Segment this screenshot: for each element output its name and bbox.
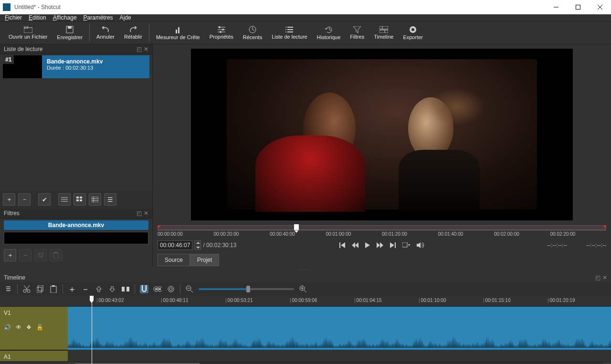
volume-button[interactable] [417,242,424,248]
filter-remove-button[interactable]: － [19,249,32,261]
timeline-scrollbar[interactable]: ◂ ▸ [68,362,611,364]
append-button[interactable]: ＋ [68,285,76,293]
playlist-button[interactable]: Liste de lecture [267,22,312,43]
timeline-header: Timeline ◰✕ [0,273,611,282]
timeline-undock-icon[interactable]: ◰ [595,274,600,281]
timeline-ruler[interactable]: 00:00:43:0200:00:48:1100:00:53:2100:00:5… [68,296,611,306]
timeline-ruler-tick: 00:00:43:02 [96,298,124,303]
playlist-update-button[interactable]: ✔ [38,193,51,206]
track-hide-icon[interactable]: 👁 [16,324,21,331]
zoom-slider[interactable] [199,288,294,290]
playlist-remove-button[interactable]: － [18,193,31,206]
track-header-v1[interactable]: V1 🔊 👁 ❖ 🔓 [0,306,68,350]
history-button[interactable]: Historique [312,22,346,43]
filter-add-button[interactable]: ＋ [4,249,16,261]
redo-button[interactable]: Rétablir [119,22,147,43]
scroll-left-button[interactable]: ◂ [68,362,75,364]
properties-button[interactable]: Propriétés [205,22,238,43]
copy-button[interactable] [36,285,44,293]
recent-button[interactable]: Récents [238,22,267,43]
current-timecode[interactable]: 00:00:46:07 [158,240,192,250]
peak-meter-button[interactable]: Mesureur de Crête [151,22,205,43]
track-mute-icon[interactable]: 🔊 [4,324,11,331]
zoom-menu-button[interactable] [402,242,410,248]
save-button[interactable]: Enregistrer [52,22,87,43]
svg-rect-71 [126,287,129,291]
player-scrubber[interactable]: 00:00:00:0000:00:20:0000:00:40:0000:01:0… [158,224,606,239]
filters-undock-icon[interactable]: ◰ [137,210,142,217]
open-file-button[interactable]: Ouvrir un Fichier [4,22,52,43]
timeline-clip[interactable] [68,307,611,350]
zoom-in-button[interactable] [299,285,307,293]
overwrite-button[interactable] [108,285,116,293]
scroll-right-button[interactable]: ▸ [603,362,611,364]
track-header-a1[interactable]: A1 [0,350,68,362]
filter-copy-button[interactable] [34,249,47,261]
filters-title: Filtres [4,210,20,217]
close-button[interactable] [589,0,611,14]
splitter-handle[interactable]: ······ [0,266,611,273]
ruler-tick: 00:01:40:00 [438,231,464,237]
filters-list[interactable] [4,232,148,244]
playlist-undock-icon[interactable]: ◰ [137,46,142,52]
lift-button[interactable] [95,285,103,293]
playlist-view-icons-button[interactable] [89,193,101,206]
timeline-menu-button[interactable]: ☰ [4,285,12,293]
filters-close-icon[interactable]: ✕ [144,210,148,217]
preview-area[interactable] [153,44,611,224]
tab-source[interactable]: Source [158,254,190,266]
ruler-tick: 00:02:20:00 [550,231,576,237]
ruler-tick: 00:02:00:00 [494,231,519,237]
filters-button[interactable]: Filtres [345,22,369,43]
paste-button[interactable] [49,285,58,293]
menu-view[interactable]: Affichage [53,14,77,21]
playlist-add-button[interactable]: ＋ [3,193,15,206]
timeline-button[interactable]: Timeline [369,22,398,43]
playlist-close-icon[interactable]: ✕ [144,46,148,52]
export-button[interactable]: Exporter [398,22,428,43]
playlist-view-list-button[interactable] [58,193,71,206]
ripple-button[interactable] [167,285,175,293]
skip-next-button[interactable] [390,242,396,248]
filter-paste-button[interactable] [50,249,62,261]
playhead-icon[interactable] [294,224,299,230]
timecode-spinner[interactable] [194,240,201,250]
svg-rect-48 [339,242,340,248]
playlist-thumb: #1 [3,55,42,78]
menu-file[interactable]: Fichier [5,14,22,21]
track-lock-icon[interactable]: 🔓 [36,324,43,331]
svg-rect-45 [39,252,43,257]
snap-button[interactable] [140,285,148,293]
zoom-out-button[interactable] [185,285,194,293]
menu-help[interactable]: Aide [120,14,131,21]
skip-prev-button[interactable] [339,242,345,248]
maximize-button[interactable] [567,0,589,14]
tab-project[interactable]: Projet [190,254,219,266]
play-button[interactable] [365,242,370,248]
menu-edit[interactable]: Edition [29,14,46,21]
playlist-item[interactable]: #1 Bande-annonce.mkv Durée : 00:02:30:13 [3,55,149,78]
undo-button[interactable]: Annuler [92,22,119,43]
playlist-menu-button[interactable]: ☰ [104,193,116,206]
minimize-button[interactable] [545,0,567,14]
app-icon [3,3,11,11]
scrub-button[interactable] [153,285,162,293]
track-lane-v1[interactable] [68,306,611,350]
track-label-v1: V1 [4,310,64,316]
svg-marker-50 [352,242,355,248]
svg-rect-27 [379,26,388,29]
rewind-button[interactable] [352,242,358,248]
timeline-close-icon[interactable]: ✕ [602,274,607,281]
fast-forward-button[interactable] [377,242,383,248]
track-composite-icon[interactable]: ❖ [26,324,32,331]
timeline-playhead[interactable] [92,296,92,364]
split-button[interactable] [121,285,130,293]
cut-button[interactable] [22,285,31,293]
playlist-header: Liste de lecture ◰✕ [0,44,152,54]
menu-settings[interactable]: Paramètres [84,14,113,21]
playlist-view-tiles-button[interactable] [74,193,86,206]
playlist-body[interactable]: #1 Bande-annonce.mkv Durée : 00:02:30:13 [0,54,152,190]
remove-button[interactable]: － [81,285,90,293]
svg-point-74 [155,288,157,290]
timeline-title: Timeline [4,274,25,281]
